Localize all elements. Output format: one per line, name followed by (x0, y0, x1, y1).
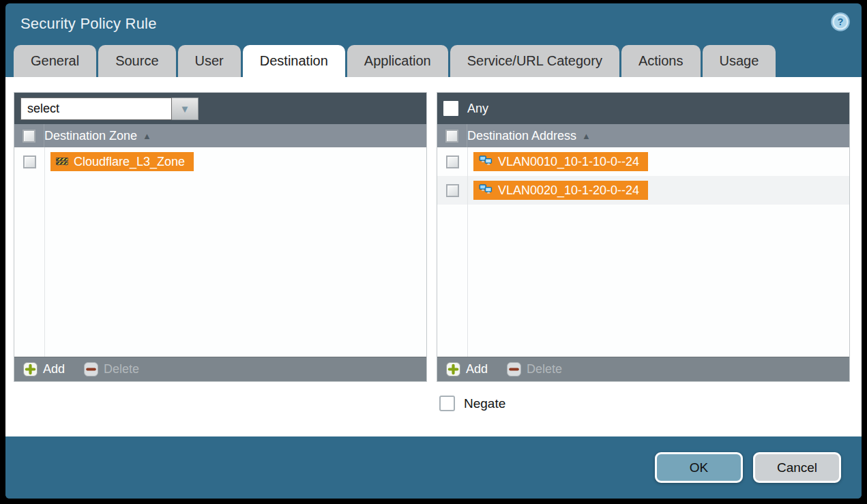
address-item-vlan0010[interactable]: VLAN0010_10-1-10-0--24 (473, 152, 648, 171)
tab-usage[interactable]: Usage (703, 45, 776, 77)
zone-toolbar: Add Delete (14, 357, 426, 381)
address-column-header: Destination Address ▲ (437, 124, 849, 147)
sort-asc-icon[interactable]: ▲ (582, 131, 591, 141)
zone-select-all-checkbox[interactable] (23, 130, 35, 143)
zone-select-dropdown-button[interactable]: ▼ (172, 98, 199, 120)
network-address-icon (479, 155, 493, 169)
address-toolbar: Add Delete (437, 357, 849, 381)
chevron-down-icon: ▼ (180, 103, 190, 115)
tab-application[interactable]: Application (347, 45, 448, 77)
delete-address-button[interactable]: Delete (507, 362, 562, 376)
zone-column-header: Destination Zone ▲ (14, 124, 426, 147)
row-checkbox[interactable] (446, 155, 459, 168)
tab-actions[interactable]: Actions (621, 45, 701, 77)
zone-select-input[interactable] (20, 98, 172, 120)
tab-service-url-category[interactable]: Service/URL Category (450, 45, 619, 77)
add-label: Add (43, 362, 65, 376)
row-checkbox[interactable] (23, 155, 36, 168)
any-checkbox[interactable] (443, 101, 458, 116)
column-divider (44, 147, 45, 357)
any-row: Any (443, 101, 488, 116)
table-row: VLAN0020_10-1-20-0--24 (437, 176, 849, 205)
address-item-label: VLAN0010_10-1-10-0--24 (498, 155, 639, 169)
zone-column-label: Destination Zone (44, 129, 137, 143)
address-select-all-checkbox[interactable] (445, 130, 458, 143)
dialog-footer: OK Cancel (5, 436, 862, 499)
delete-label: Delete (104, 362, 139, 376)
zone-item-label: Cloudflare_L3_Zone (74, 155, 185, 169)
row-checkbox-cell (14, 147, 44, 176)
zone-item-cloudflare-l3-zone[interactable]: Cloudflare_L3_Zone (50, 152, 194, 171)
row-checkbox-cell (437, 176, 467, 205)
tab-destination[interactable]: Destination (243, 45, 345, 77)
negate-row: Negate (439, 396, 850, 411)
tab-user[interactable]: User (178, 45, 241, 77)
page-title: Security Policy Rule (20, 15, 157, 33)
row-checkbox-cell (437, 147, 467, 176)
address-item-label: VLAN0020_10-1-20-0--24 (498, 183, 639, 198)
delete-label: Delete (527, 362, 562, 376)
minus-icon (507, 362, 521, 376)
add-zone-button[interactable]: Add (23, 362, 65, 376)
table-row: VLAN0010_10-1-10-0--24 (437, 147, 849, 176)
screen: Security Policy Rule ? General Source Us… (0, 0, 867, 504)
zone-icon (56, 155, 68, 169)
address-select-all-cell (437, 124, 467, 147)
plus-icon (446, 362, 460, 376)
address-column-label: Destination Address (467, 129, 576, 143)
plus-icon (23, 362, 38, 376)
titlebar: Security Policy Rule ? (5, 3, 862, 44)
tab-bar: General Source User Destination Applicat… (5, 44, 862, 77)
tab-general[interactable]: General (14, 45, 96, 77)
address-item-vlan0020[interactable]: VLAN0020_10-1-20-0--24 (473, 181, 648, 200)
destination-zone-panel: ▼ Destination Zone ▲ (14, 92, 427, 382)
minus-icon (84, 362, 98, 376)
add-address-button[interactable]: Add (446, 362, 488, 376)
tab-source[interactable]: Source (98, 45, 175, 77)
zone-select-all-cell (14, 124, 44, 147)
column-divider (467, 147, 468, 357)
address-panel-header: Any (437, 93, 849, 124)
destination-address-panel: Any Destination Address ▲ (437, 92, 850, 382)
destination-tab-content: ▼ Destination Zone ▲ (5, 77, 862, 436)
zone-select-combo: ▼ (20, 98, 199, 120)
row-checkbox[interactable] (446, 184, 459, 197)
negate-checkbox[interactable] (439, 396, 455, 411)
table-row: Cloudflare_L3_Zone (14, 147, 426, 176)
ok-button[interactable]: OK (655, 452, 743, 483)
network-address-icon (479, 183, 493, 198)
sort-asc-icon[interactable]: ▲ (143, 131, 151, 141)
zone-list: Cloudflare_L3_Zone (14, 147, 426, 357)
any-label: Any (467, 102, 488, 116)
cancel-button[interactable]: Cancel (753, 452, 841, 483)
address-list: VLAN0010_10-1-10-0--24 (437, 147, 849, 357)
help-icon[interactable]: ? (830, 12, 851, 32)
zone-panel-header: ▼ (14, 93, 426, 124)
add-label: Add (466, 362, 488, 376)
security-policy-rule-dialog: Security Policy Rule ? General Source Us… (5, 3, 862, 499)
svg-text:?: ? (838, 16, 844, 27)
negate-label: Negate (464, 396, 505, 411)
panels: ▼ Destination Zone ▲ (14, 92, 850, 382)
delete-zone-button[interactable]: Delete (84, 362, 139, 376)
